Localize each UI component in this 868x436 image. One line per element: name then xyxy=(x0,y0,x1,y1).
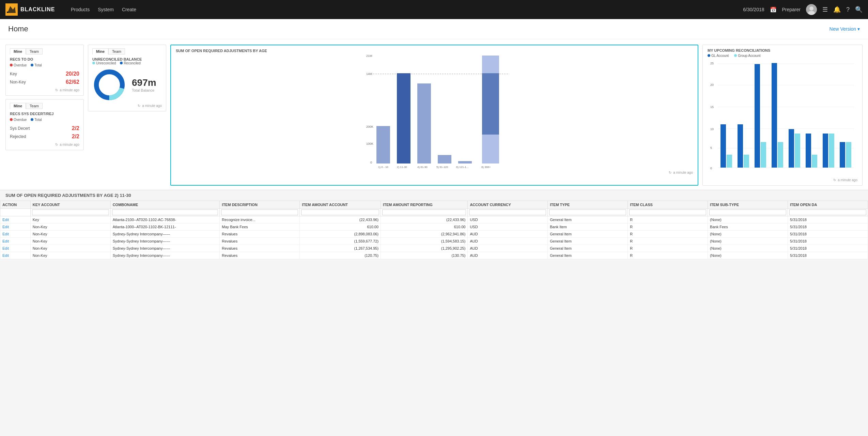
filter-amt-rep[interactable] xyxy=(381,209,468,216)
filter-open-input[interactable] xyxy=(789,209,866,215)
cell-item-amt-acc: (120.75) xyxy=(300,252,381,259)
rec-bar-group-7[interactable] xyxy=(829,134,834,168)
help-icon[interactable]: ? xyxy=(846,6,850,13)
donut-section: Mine Team UNRECONCILED BALANCE Unreconci… xyxy=(88,45,166,186)
filter-comboname[interactable] xyxy=(110,209,220,216)
nav-create[interactable]: Create xyxy=(122,5,136,14)
bar-11-30[interactable] xyxy=(397,73,410,164)
tab-team-recs[interactable]: Team xyxy=(26,48,43,54)
rec-bar-gl-8[interactable] xyxy=(840,142,845,168)
overdue-legend: Overdue xyxy=(10,63,27,67)
filter-open-da[interactable] xyxy=(788,209,868,216)
cell-action[interactable]: Edit xyxy=(0,245,31,252)
rec-bar-group-6[interactable] xyxy=(812,155,817,168)
rec-refresh-icon[interactable]: ↻ xyxy=(833,178,836,182)
cell-action[interactable]: Edit xyxy=(0,238,31,245)
cell-item-class: R xyxy=(628,252,708,259)
cell-item-type: General Item xyxy=(548,245,628,252)
filter-class[interactable] xyxy=(628,209,708,216)
tab-mine-sys[interactable]: Mine xyxy=(10,103,26,109)
bar-91-120[interactable] xyxy=(438,155,451,164)
filter-key-input[interactable] xyxy=(32,209,109,215)
edit-link[interactable]: Edit xyxy=(2,253,9,258)
reconciliations-chart-area: 25 20 15 10 5 0 xyxy=(708,60,857,176)
rec-bar-group-8[interactable] xyxy=(846,142,851,168)
table-container[interactable]: ACTION KEY ACCOUNT COMBONAME ITEM DESCRI… xyxy=(0,201,868,259)
cell-currency: USD xyxy=(468,216,548,223)
filter-desc[interactable] xyxy=(220,209,300,216)
rec-bar-group-3[interactable] xyxy=(761,142,766,168)
bar-61-90[interactable] xyxy=(417,83,431,164)
unrec-refresh-icon[interactable]: ↻ xyxy=(138,104,140,108)
reconciliations-legend: GL Account Group Account xyxy=(708,54,857,58)
recs-sys-tabs: Mine Team xyxy=(10,103,79,109)
nav-products[interactable]: Products xyxy=(71,5,90,14)
svg-rect-2 xyxy=(7,12,8,13)
bar-0-10[interactable] xyxy=(376,126,390,164)
bar-121[interactable] xyxy=(458,161,472,164)
cell-action[interactable]: Edit xyxy=(0,252,31,259)
rec-bar-group-5[interactable] xyxy=(795,134,800,168)
rec-bar-gl-5[interactable] xyxy=(789,129,794,168)
filter-class-input[interactable] xyxy=(629,209,706,215)
filter-currency[interactable] xyxy=(468,209,548,216)
rec-bar-gl-3[interactable] xyxy=(755,64,760,168)
calendar-icon[interactable]: 📅 xyxy=(770,6,777,13)
rec-bar-group-2[interactable] xyxy=(744,155,749,168)
refresh-icon[interactable]: ↻ xyxy=(55,88,58,92)
filter-amt-rep-input[interactable] xyxy=(382,209,466,215)
rec-bar-gl-2[interactable] xyxy=(738,124,743,168)
bar-366-dark[interactable] xyxy=(482,73,499,135)
rec-bar-gl-6[interactable] xyxy=(806,134,811,168)
search-icon[interactable]: 🔍 xyxy=(855,6,863,13)
tab-team-unrec[interactable]: Team xyxy=(108,48,125,54)
cell-item-class: R xyxy=(628,238,708,245)
tab-team-sys[interactable]: Team xyxy=(26,103,43,109)
filter-sub-input[interactable] xyxy=(709,209,786,215)
recs-footer: ↻ a minute ago xyxy=(10,88,79,92)
rec-bar-group-1[interactable] xyxy=(727,155,732,168)
cell-action[interactable]: Edit xyxy=(0,223,31,231)
tab-mine-unrec[interactable]: Mine xyxy=(92,48,108,54)
bar-refresh-icon[interactable]: ↻ xyxy=(669,171,671,174)
filter-sub-type[interactable] xyxy=(708,209,788,216)
rec-bar-gl-7[interactable] xyxy=(823,134,828,168)
edit-link[interactable]: Edit xyxy=(2,225,9,229)
cell-item-open-da: 5/31/2018 xyxy=(788,223,868,231)
col-item-amount-reporting: ITEM AMOUNT REPORTING xyxy=(381,201,468,209)
cell-action[interactable]: Edit xyxy=(0,231,31,238)
sys-refresh-icon[interactable]: ↻ xyxy=(55,143,58,146)
filter-type[interactable] xyxy=(548,209,628,216)
filter-amt-acc-input[interactable] xyxy=(301,209,379,215)
table-title: SUM OF OPEN REQUIRED ADJUSTMENTS BY AGE … xyxy=(0,190,868,201)
cell-comboname: Atlanta-2100--AT020-1102-AC-76838- xyxy=(110,216,220,223)
svg-text:10: 10 xyxy=(710,127,714,131)
rec-bar-group-4[interactable] xyxy=(778,142,783,168)
cell-item-open-da: 5/31/2018 xyxy=(788,245,868,252)
tab-mine-recs[interactable]: Mine xyxy=(10,48,26,54)
cell-currency: AUD xyxy=(468,245,548,252)
edit-link[interactable]: Edit xyxy=(2,218,9,222)
menu-icon[interactable]: ☰ xyxy=(822,6,828,13)
filter-combo-input[interactable] xyxy=(112,209,218,215)
edit-link[interactable]: Edit xyxy=(2,232,9,236)
filter-key-account[interactable] xyxy=(30,209,110,216)
filter-type-input[interactable] xyxy=(549,209,626,215)
new-version-button[interactable]: New Version ▾ xyxy=(830,26,860,32)
cell-action[interactable]: Edit xyxy=(0,216,31,223)
filter-desc-input[interactable] xyxy=(221,209,298,215)
rec-bar-gl-4[interactable] xyxy=(772,63,777,168)
edit-link[interactable]: Edit xyxy=(2,246,9,250)
col-item-amount-account: ITEM AMOUNT ACCOUNT xyxy=(300,201,381,209)
filter-currency-input[interactable] xyxy=(469,209,546,215)
cell-item-type: General Item xyxy=(548,238,628,245)
cell-item-sub-type: (None) xyxy=(708,252,788,259)
notification-icon[interactable]: 🔔 xyxy=(833,6,841,13)
logo-text: BLACKLINE xyxy=(20,6,55,13)
avatar[interactable] xyxy=(806,4,817,15)
nav-system[interactable]: System xyxy=(98,5,114,14)
cell-item-open-da: 5/31/2018 xyxy=(788,238,868,245)
rec-bar-gl-1[interactable] xyxy=(720,124,726,168)
filter-amt-acc[interactable] xyxy=(300,209,381,216)
edit-link[interactable]: Edit xyxy=(2,239,9,243)
